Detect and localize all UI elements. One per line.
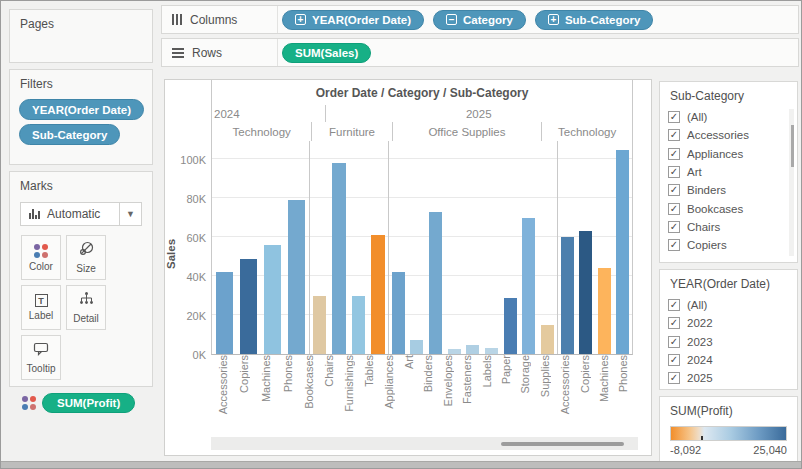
color-encoding-icon <box>22 396 36 410</box>
x-label-slot: Supplies <box>535 355 554 433</box>
checkbox-2024[interactable]: ✓ <box>668 354 680 366</box>
checkbox-appliances[interactable]: ✓ <box>668 148 680 160</box>
filter-item-appliances[interactable]: ✓Appliances <box>668 145 797 163</box>
columns-icon <box>172 14 182 25</box>
bar-2025-fasteners[interactable] <box>466 345 479 354</box>
y-tick-80k: 80K <box>186 193 206 205</box>
bar-2025-bookcases[interactable] <box>313 296 327 354</box>
category-header-furniture: Furniture <box>311 122 391 141</box>
bar-2024-copiers[interactable] <box>240 259 257 354</box>
bar-2025-art[interactable] <box>410 340 423 354</box>
filter-item-all[interactable]: ✓(All) <box>668 108 797 126</box>
category-header-technology: Technology <box>541 122 632 141</box>
bar-slot <box>212 141 236 354</box>
checkbox-accessories[interactable]: ✓ <box>668 129 680 141</box>
filter-item-copiers[interactable]: ✓Copiers <box>668 236 797 254</box>
x-label-slot: Copiers <box>575 355 594 433</box>
marks-label: Marks <box>10 172 152 193</box>
x-label-accessories: Accessories <box>217 355 229 414</box>
bar-2025-supplies[interactable] <box>541 325 554 354</box>
bar-2025-storage[interactable] <box>522 218 535 354</box>
subcategory-filter-list: ✓(All)✓Accessories✓Appliances✓Art✓Binder… <box>660 103 797 254</box>
bar-2025-furnishings[interactable] <box>352 296 366 354</box>
vertical-scrollbar-thumb[interactable] <box>791 125 794 167</box>
bar-2025-copiers[interactable] <box>579 231 592 354</box>
x-label-furnishings: Furnishings <box>343 355 355 412</box>
size-button[interactable]: Size <box>66 235 106 280</box>
filter-item-chairs[interactable]: ✓Chairs <box>668 218 797 236</box>
mark-type-dropdown[interactable]: Automatic ▼ <box>20 202 142 226</box>
rows-shelf[interactable]: Rows SUM(Sales) <box>161 38 799 67</box>
bar-2025-paper[interactable] <box>504 298 517 354</box>
pill-sum-profit[interactable]: SUM(Profit) <box>42 393 135 413</box>
columns-shelf[interactable]: Columns +YEAR(Order Date)−Category+Sub-C… <box>161 5 799 34</box>
y-tick-60k: 60K <box>186 232 206 244</box>
checkbox-bookcases[interactable]: ✓ <box>668 203 680 215</box>
y-axis-title: Sales <box>165 234 177 274</box>
bar-2024-phones[interactable] <box>288 200 305 354</box>
expand-icon[interactable]: + <box>295 14 306 25</box>
bar-2025-accessories[interactable] <box>561 237 574 354</box>
pill-category[interactable]: −Category <box>433 10 526 30</box>
tooltip-button[interactable]: Tooltip <box>21 335 61 380</box>
checkbox-art[interactable]: ✓ <box>668 166 680 178</box>
color-button[interactable]: Color <box>21 235 61 280</box>
pill-sub-category[interactable]: +Sub-Category <box>535 10 653 30</box>
bar-2025-labels[interactable] <box>485 348 498 354</box>
bar-2025-tables[interactable] <box>371 235 385 354</box>
profit-color-gradient[interactable] <box>670 426 787 441</box>
columns-label: Columns <box>190 13 237 27</box>
x-label-slot: Envelopes <box>438 355 457 433</box>
bar-slot <box>464 141 483 354</box>
checkbox-2025[interactable]: ✓ <box>668 372 680 384</box>
pill-sub-category[interactable]: Sub-Category <box>19 124 120 145</box>
expand-icon[interactable]: + <box>548 14 559 25</box>
pill-year-order-date[interactable]: +YEAR(Order Date) <box>282 10 424 30</box>
filter-item-art[interactable]: ✓Art <box>668 163 797 181</box>
x-label-paper: Paper <box>500 355 512 384</box>
filter-item-2024[interactable]: ✓2024 <box>668 351 797 369</box>
bar-2025-machines[interactable] <box>598 268 611 354</box>
vertical-scrollbar[interactable] <box>789 109 794 256</box>
checkbox-binders[interactable]: ✓ <box>668 184 680 196</box>
label-button[interactable]: T Label <box>21 285 61 330</box>
detail-button[interactable]: Detail <box>66 285 106 330</box>
filter-item-all[interactable]: ✓(All) <box>668 296 797 314</box>
filter-item-2023[interactable]: ✓2023 <box>668 333 797 351</box>
collapse-icon[interactable]: − <box>446 14 457 25</box>
x-label-slot: Accessories <box>556 355 575 433</box>
pill-sum-sales[interactable]: SUM(Sales) <box>282 43 371 63</box>
filter-item-accessories[interactable]: ✓Accessories <box>668 126 797 144</box>
bar-2025-phones[interactable] <box>616 150 629 354</box>
pages-shelf[interactable]: Pages <box>9 9 153 63</box>
horizontal-scrollbar[interactable] <box>211 437 638 450</box>
chevron-down-icon[interactable]: ▼ <box>119 203 141 225</box>
checkbox-all[interactable]: ✓ <box>668 111 680 123</box>
filter-item-label: Appliances <box>687 148 743 160</box>
pill-year-order-date[interactable]: YEAR(Order Date) <box>19 99 144 120</box>
bar-2024-machines[interactable] <box>264 245 281 354</box>
checkbox-chairs[interactable]: ✓ <box>668 221 680 233</box>
filter-item-label: Accessories <box>687 129 749 141</box>
filter-item-bookcases[interactable]: ✓Bookcases <box>668 199 797 217</box>
filter-item-2022[interactable]: ✓2022 <box>668 314 797 332</box>
tooltip-icon <box>33 342 49 360</box>
bar-2025-binders[interactable] <box>429 212 442 354</box>
chart-header: Order Date / Category / Sub-Category 202… <box>211 80 633 141</box>
filter-item-binders[interactable]: ✓Binders <box>668 181 797 199</box>
bar-2025-chairs[interactable] <box>332 163 346 354</box>
bar-2025-envelopes[interactable] <box>448 349 461 354</box>
checkbox-all[interactable]: ✓ <box>668 299 680 311</box>
filters-shelf[interactable]: Filters YEAR(Order Date)Sub-Category <box>9 69 153 165</box>
chart-view[interactable]: Order Date / Category / Sub-Category 202… <box>164 79 652 456</box>
checkbox-copiers[interactable]: ✓ <box>668 239 680 251</box>
checkbox-2023[interactable]: ✓ <box>668 336 680 348</box>
bar-2025-appliances[interactable] <box>392 272 405 354</box>
horizontal-scrollbar-thumb[interactable] <box>501 442 624 446</box>
x-label-slot: Storage <box>516 355 535 433</box>
bar-2024-accessories[interactable] <box>216 272 233 354</box>
x-label-copiers: Copiers <box>238 355 250 393</box>
filter-item-2025[interactable]: ✓2025 <box>668 369 797 387</box>
checkbox-2022[interactable]: ✓ <box>668 317 680 329</box>
status-bar <box>1 461 801 468</box>
